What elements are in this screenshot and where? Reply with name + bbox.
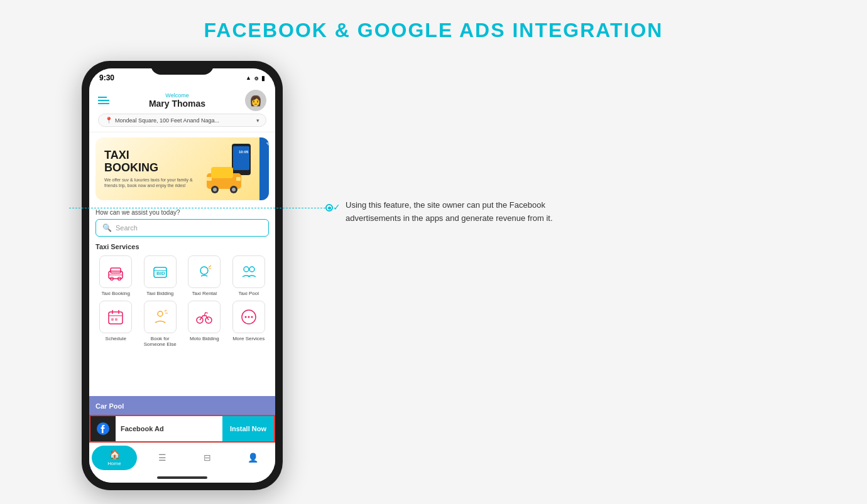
taxi-bidding-icon-box: BID [144,255,177,288]
carpool-banner: Car Pool [89,396,275,415]
service-item-taxi-booking[interactable]: Taxi Booking [95,255,136,297]
service-label-moto-bidding: Moto Bidding [190,336,219,342]
welcome-text: Welcome [149,92,205,99]
service-label-taxi-rental: Taxi Rental [192,291,217,297]
service-item-taxi-pool[interactable]: Taxi Pool [229,255,270,297]
service-item-moto-bidding[interactable]: Moto Bidding [184,301,225,348]
services-title: Taxi Services [95,243,269,250]
location-bar[interactable]: 📍 Mondeal Square, 100 Feet Anand Naga...… [98,114,266,127]
connector-dot-inner [328,206,331,210]
services-section: Taxi Services T [89,240,275,396]
home-indicator [89,473,275,483]
svg-point-6 [213,188,217,191]
banner-illustration: 10:05 [204,141,260,197]
svg-rect-26 [111,318,114,321]
search-box[interactable]: 🔍 Search [95,219,269,237]
home-bar [157,476,207,479]
battery-icon: ▮ [261,75,265,82]
annotation-connector [69,204,333,212]
svg-text:10:05: 10:05 [239,150,249,154]
home-icon: 🏠 [109,449,120,459]
signal-icon: ▲ [246,75,251,81]
carpool-title: Car Pool [95,402,124,410]
service-label-taxi-pool: Taxi Pool [239,291,259,297]
svg-rect-10 [236,177,241,181]
svg-point-21 [249,267,254,272]
service-item-book-someone[interactable]: Book for Someone Else [140,301,181,348]
promo-banner[interactable]: TAXIBOOKING We offer suv & luxuries taxi… [95,137,269,200]
service-item-taxi-rental[interactable]: Taxi Rental [184,255,225,297]
moto-bidding-icon-box [188,301,221,333]
nav-menu[interactable]: ☰ [139,443,185,473]
facebook-ad-bar[interactable]: Facebook Ad Install Now [89,415,275,442]
banner-text: TAXIBOOKING We offer suv & luxuries taxi… [104,149,204,188]
connector-dot [325,204,333,212]
dashed-connector-line [69,208,325,208]
nav-home-label: Home [107,461,121,466]
chevron-down-icon: ▾ [256,117,259,124]
svg-rect-27 [115,318,117,321]
banner-description: We offer suv & luxuries taxis for your f… [104,177,204,188]
location-pin-icon: 📍 [105,117,112,124]
phone-screen: 9:30 ▲ ⌾ ▮ Welcome Mary Thomas [89,68,275,483]
status-icons: ▲ ⌾ ▮ [246,75,265,82]
taxi-booking-icon-box [99,255,132,288]
taxi-rental-icon-box [188,255,221,288]
user-name: Mary Thomas [149,99,205,109]
bottom-nav: 🏠 Home ☰ ⊟ 👤 [89,442,275,473]
banner-partial-blue: P [259,137,269,200]
orders-icon: ⊟ [204,453,211,463]
menu-icon: ☰ [158,453,166,463]
wifi-icon: ⌾ [254,75,258,82]
facebook-ad-icon [90,416,116,441]
book-someone-icon-box [144,301,177,333]
svg-rect-4 [211,167,233,178]
nav-home[interactable]: 🏠 Home [92,446,137,470]
status-time: 9:30 [99,73,114,82]
svg-text:BID: BID [156,271,165,276]
annotation-content: ✓ Using this feature, the site owner can… [333,199,597,225]
profile-icon: 👤 [248,453,258,463]
phone-notch [151,61,214,75]
service-label-more-services: More Services [232,336,264,342]
svg-rect-22 [109,312,123,324]
annotation-area: ✓ Using this feature, the site owner can… [283,61,867,225]
facebook-ad-label: Facebook Ad [116,425,222,432]
nav-orders[interactable]: ⊟ [185,443,230,473]
svg-point-28 [158,311,163,316]
banner-section: TAXIBOOKING We offer suv & luxuries taxi… [89,132,275,205]
svg-rect-12 [111,268,121,273]
page-title: FACEBOOK & GOOGLE ADS INTEGRATION [204,19,663,42]
taxi-pool-icon-box [232,255,265,288]
search-icon: 🔍 [102,223,112,232]
annotation-text: ✓ Using this feature, the site owner can… [333,199,597,225]
service-label-book-someone: Book for Someone Else [140,336,181,348]
app-header: Welcome Mary Thomas 👩 📍 Mondeal Square, … [89,85,275,132]
main-content: 9:30 ▲ ⌾ ▮ Welcome Mary Thomas [0,61,867,490]
annotation-line: ✓ Using this feature, the site owner can… [333,199,867,225]
service-label-taxi-booking: Taxi Booking [102,291,130,297]
search-input-placeholder: Search [116,224,262,232]
service-label-schedule: Schedule [106,336,126,342]
install-now-button[interactable]: Install Now [222,416,274,441]
nav-profile[interactable]: 👤 [230,443,275,473]
services-grid: Taxi Booking BID Taxi Bidding [95,255,269,348]
service-item-schedule[interactable]: Schedule [95,301,136,348]
check-icon: ✓ [333,200,341,214]
welcome-block: Welcome Mary Thomas [149,92,205,109]
schedule-icon-box [99,301,132,333]
banner-title: TAXIBOOKING [104,149,204,174]
svg-point-19 [200,267,208,274]
svg-point-20 [244,267,249,272]
hamburger-menu[interactable] [98,97,109,104]
service-item-more-services[interactable]: More Services [229,301,270,348]
service-label-taxi-bidding: Taxi Bidding [146,291,173,297]
location-text: Mondeal Square, 100 Feet Anand Naga... [115,117,254,124]
service-item-taxi-bidding[interactable]: BID Taxi Bidding [140,255,181,297]
more-services-icon-box [232,301,265,333]
svg-point-33 [248,316,249,318]
phone-mockup: 9:30 ▲ ⌾ ▮ Welcome Mary Thomas [82,61,283,490]
svg-point-32 [244,316,246,318]
svg-point-8 [232,188,236,191]
avatar: 👩 [245,90,266,111]
